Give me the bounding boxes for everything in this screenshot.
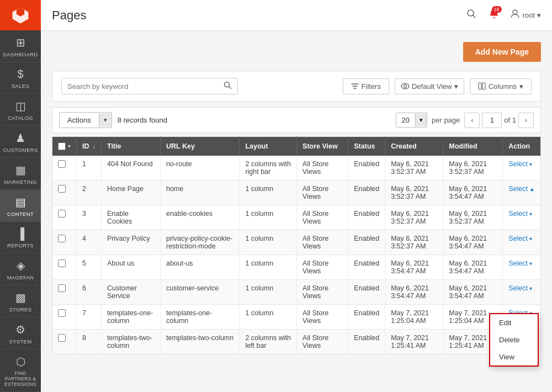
row-modified: May 6, 2021 3:54:47 AM — [443, 255, 503, 280]
actions-dropdown-arrow[interactable]: ▾ — [99, 113, 112, 127]
select-action-link[interactable]: Select ▲ — [508, 185, 535, 193]
user-menu-button[interactable]: root ▾ — [509, 8, 541, 22]
row-status: Enabled — [348, 205, 385, 230]
row-status: Enabled — [348, 255, 385, 280]
dropdown-edit[interactable]: Edit — [490, 314, 538, 331]
filter-right: Filters Default View ▾ — [343, 78, 532, 94]
next-page-button[interactable]: › — [518, 113, 534, 128]
th-modified[interactable]: Modified — [443, 137, 503, 156]
select-all-checkbox[interactable] — [58, 142, 66, 150]
row-checkbox[interactable] — [58, 309, 66, 317]
sidebar-label-reports: REPORTS — [7, 242, 34, 248]
select-action-link[interactable]: Select ▾ — [508, 210, 535, 218]
dropdown-view[interactable]: View — [490, 348, 538, 365]
row-checkbox[interactable] — [58, 334, 66, 342]
sidebar-logo[interactable] — [0, 0, 41, 30]
row-checkbox[interactable] — [58, 160, 66, 168]
row-modified: May 6, 2021 3:54:47 AM — [443, 181, 503, 205]
select-action-link[interactable]: Select ▾ — [508, 284, 535, 292]
select-down-arrow: ▾ — [529, 161, 532, 167]
row-checkbox[interactable] — [58, 284, 66, 292]
system-icon: ⚙ — [15, 323, 25, 336]
th-status[interactable]: Status — [348, 137, 385, 156]
row-checkbox[interactable] — [58, 210, 66, 218]
svg-rect-8 — [482, 83, 485, 89]
action-row: Add New Page — [52, 42, 541, 62]
per-page-wrap: 20 ▾ — [396, 113, 427, 128]
notif-badge: 16 — [492, 6, 502, 13]
columns-button[interactable]: Columns ▾ — [470, 78, 532, 94]
sidebar-label-stores: STORES — [9, 306, 32, 312]
dashboard-icon: ⊞ — [16, 36, 25, 49]
sidebar-item-catalog[interactable]: ◫ CATALOG — [0, 94, 41, 126]
sidebar-item-extensions[interactable]: ⬡ FIND PARTNERS & EXTENSIONS — [0, 349, 41, 392]
row-url-key: enable-cookies — [160, 205, 239, 230]
th-url-key[interactable]: URL Key — [160, 137, 239, 156]
select-action-link[interactable]: Select ▾ — [508, 235, 535, 242]
th-created[interactable]: Created — [385, 137, 443, 156]
add-new-page-button[interactable]: Add New Page — [463, 42, 541, 62]
search-input[interactable] — [67, 82, 224, 91]
row-checkbox-cell — [52, 280, 77, 305]
select-all-arrow[interactable]: ▾ — [68, 144, 71, 149]
sidebar-item-sales[interactable]: $ SALES — [0, 62, 41, 94]
row-action: Select ▾ — [503, 205, 541, 230]
sidebar-item-reports[interactable]: ▐ REPORTS — [0, 222, 41, 253]
row-title: templates-one-column — [101, 305, 160, 330]
select-down-arrow: ▾ — [529, 261, 532, 267]
sidebar-item-content[interactable]: ▤ CONTENT — [0, 190, 41, 222]
th-id[interactable]: ID ↓ — [77, 137, 102, 156]
th-layout[interactable]: Layout — [240, 137, 297, 156]
header-search-button[interactable] — [464, 7, 479, 24]
toolbar-left: Actions ▾ 8 records found — [59, 112, 167, 128]
page-title: Pages — [52, 8, 86, 23]
sidebar-item-stores[interactable]: ▩ STORES — [0, 285, 41, 317]
of-pages-label: of 1 — [504, 116, 516, 124]
row-store-view: All Store Views — [297, 181, 348, 205]
row-status: Enabled — [348, 181, 385, 205]
th-title[interactable]: Title — [101, 137, 160, 156]
select-down-arrow: ▾ — [529, 285, 532, 292]
user-dropdown-arrow: ▾ — [537, 11, 541, 19]
sidebar-item-marketing[interactable]: ▦ MARKETING — [0, 158, 41, 190]
row-url-key: about-us — [160, 255, 239, 280]
row-store-view: All Store Views — [297, 305, 348, 330]
row-action-dropdown: Edit Delete View — [489, 313, 539, 367]
row-created: May 6, 2021 3:52:37 AM — [385, 205, 443, 230]
select-action-link[interactable]: Select ▾ — [508, 160, 535, 168]
sidebar-label-dashboard: DASHBOARD — [3, 51, 38, 57]
search-submit-button[interactable] — [224, 81, 232, 91]
row-title: Customer Service — [101, 280, 160, 305]
row-action: Select ▾ — [503, 280, 541, 305]
actions-label: Actions — [60, 113, 99, 128]
th-store-view[interactable]: Store View — [297, 137, 348, 156]
default-view-select[interactable]: Default View ▾ — [395, 78, 464, 94]
row-checkbox-cell — [52, 330, 77, 354]
row-title: Privacy Policy — [101, 230, 160, 255]
row-id: 3 — [77, 205, 102, 230]
row-status: Enabled — [348, 305, 385, 330]
row-created: May 7, 2021 1:25:41 AM — [385, 330, 443, 354]
row-checkbox[interactable] — [58, 235, 66, 242]
sidebar-label-customers: CUSTOMERS — [3, 147, 38, 153]
select-action-link[interactable]: Select ▾ — [508, 259, 535, 267]
row-checkbox[interactable] — [58, 185, 66, 193]
row-id: 4 — [77, 230, 102, 255]
row-title: About us — [101, 255, 160, 280]
per-page-arrow[interactable]: ▾ — [415, 114, 427, 126]
sidebar-item-dashboard[interactable]: ⊞ DASHBOARD — [0, 30, 41, 62]
sidebar-item-magefan[interactable]: ◈ MAGEFAN — [0, 253, 41, 285]
sidebar-item-customers[interactable]: ♟ CUSTOMERS — [0, 126, 41, 158]
row-store-view: All Store Views — [297, 255, 348, 280]
prev-page-button[interactable]: ‹ — [464, 113, 480, 128]
row-checkbox[interactable] — [58, 259, 66, 267]
notifications-button[interactable]: 16 — [486, 6, 502, 24]
table-row: 5 About us about-us 1 column All Store V… — [52, 255, 541, 280]
dropdown-delete[interactable]: Delete — [490, 331, 538, 348]
row-layout: 1 column — [240, 255, 297, 280]
filters-button[interactable]: Filters — [343, 78, 389, 94]
svg-line-4 — [229, 87, 231, 89]
svg-point-5 — [401, 83, 409, 89]
sidebar-item-system[interactable]: ⚙ SYSTEM — [0, 317, 41, 349]
row-title: Home Page — [101, 181, 160, 205]
